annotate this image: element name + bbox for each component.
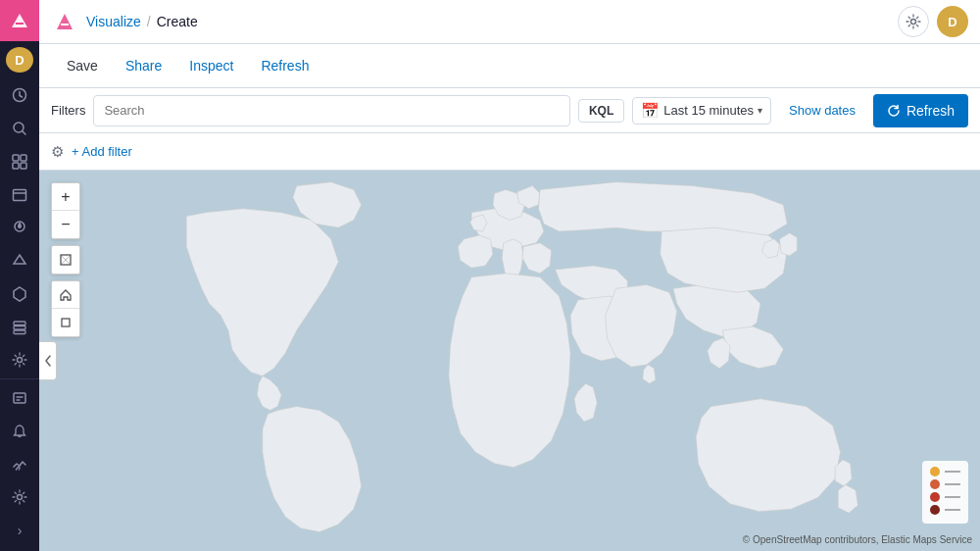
svg-rect-3 bbox=[21, 155, 26, 161]
sidebar-item-settings[interactable] bbox=[0, 480, 39, 514]
actionbar: Save Share Inspect Refresh bbox=[39, 44, 980, 88]
refresh-button-action[interactable]: Refresh bbox=[249, 52, 320, 79]
kibana-logo bbox=[51, 8, 78, 35]
legend-line-1 bbox=[945, 471, 960, 473]
layer-controls bbox=[51, 280, 80, 337]
sidebar-collapse-button[interactable]: › bbox=[0, 514, 39, 547]
filterbar2: ⚙ + Add filter bbox=[39, 133, 980, 171]
zoom-in-button[interactable]: + bbox=[52, 183, 79, 211]
svg-rect-4 bbox=[13, 163, 19, 169]
sidebar-item-maps[interactable] bbox=[0, 211, 39, 244]
refresh-label: Refresh bbox=[906, 103, 955, 119]
sidebar-item-search[interactable] bbox=[0, 112, 39, 145]
zoom-controls: + − bbox=[51, 182, 80, 239]
breadcrumb-separator: / bbox=[147, 14, 151, 29]
sidebar-item-alerts[interactable] bbox=[0, 415, 39, 448]
time-range-label: Last 15 minutes bbox=[663, 103, 754, 118]
legend-line-4 bbox=[945, 509, 960, 511]
share-button[interactable]: Share bbox=[114, 52, 173, 79]
legend-dot-1 bbox=[930, 467, 940, 476]
sidebar-item-graph[interactable] bbox=[0, 244, 39, 277]
draw-button[interactable] bbox=[52, 246, 79, 274]
zoom-out-button[interactable]: − bbox=[52, 211, 79, 238]
svg-rect-10 bbox=[14, 326, 25, 329]
time-filter[interactable]: 📅 Last 15 minutes ▾ bbox=[632, 97, 771, 125]
filter-options-icon[interactable]: ⚙ bbox=[51, 143, 64, 161]
svg-rect-2 bbox=[13, 155, 19, 161]
legend-item-2 bbox=[930, 479, 960, 489]
save-button[interactable]: Save bbox=[55, 52, 110, 79]
refresh-button-main[interactable]: Refresh bbox=[873, 94, 968, 127]
sidebar: D › bbox=[0, 0, 39, 551]
map-legend bbox=[922, 461, 968, 524]
kql-button[interactable]: KQL bbox=[578, 99, 624, 123]
sidebar-item-stack[interactable] bbox=[0, 311, 39, 344]
sidebar-item-index[interactable] bbox=[0, 381, 39, 415]
svg-rect-6 bbox=[14, 189, 26, 200]
sidebar-item-apm[interactable] bbox=[0, 448, 39, 481]
breadcrumb-current: Create bbox=[157, 14, 198, 29]
svg-rect-13 bbox=[14, 393, 25, 403]
sidebar-logo bbox=[0, 0, 39, 41]
map-area[interactable]: + − bbox=[39, 171, 980, 551]
draw-controls bbox=[51, 245, 80, 275]
topbar: Visualize / Create D bbox=[39, 0, 980, 44]
sidebar-item-canvas[interactable] bbox=[0, 178, 39, 212]
sidebar-item-ml[interactable] bbox=[0, 277, 39, 311]
svg-point-14 bbox=[18, 495, 23, 500]
filterbar: Filters KQL 📅 Last 15 minutes ▾ Show dat… bbox=[39, 88, 980, 133]
legend-item-1 bbox=[930, 467, 960, 476]
search-input[interactable] bbox=[93, 95, 570, 126]
filters-label: Filters bbox=[51, 103, 85, 118]
legend-item-4 bbox=[930, 505, 960, 515]
map-toggle-button[interactable] bbox=[39, 341, 57, 380]
map-attribution: © OpenStreetMap contributors, Elastic Ma… bbox=[743, 534, 972, 545]
add-filter-button[interactable]: + Add filter bbox=[72, 144, 132, 159]
legend-dot-2 bbox=[930, 479, 940, 489]
settings-button[interactable] bbox=[898, 6, 929, 37]
legend-line-3 bbox=[945, 496, 960, 498]
world-map bbox=[39, 171, 980, 551]
breadcrumb-visualize[interactable]: Visualize bbox=[86, 14, 141, 29]
sidebar-item-recent[interactable] bbox=[0, 78, 39, 112]
user-avatar[interactable]: D bbox=[937, 6, 968, 37]
svg-point-12 bbox=[18, 358, 23, 363]
square-button[interactable] bbox=[52, 309, 79, 336]
svg-rect-18 bbox=[62, 319, 70, 326]
legend-line-2 bbox=[945, 483, 960, 485]
legend-dot-4 bbox=[930, 505, 940, 515]
legend-item-3 bbox=[930, 492, 960, 502]
map-controls: + − bbox=[51, 182, 80, 337]
inspect-button[interactable]: Inspect bbox=[177, 52, 245, 79]
main-content: Visualize / Create D Save Share Inspect … bbox=[39, 0, 980, 551]
sidebar-item-dashboard[interactable] bbox=[0, 145, 39, 178]
legend-dot-3 bbox=[930, 492, 940, 502]
svg-rect-9 bbox=[14, 322, 25, 326]
svg-rect-11 bbox=[14, 330, 25, 334]
show-dates-button[interactable]: Show dates bbox=[779, 99, 865, 122]
breadcrumb: Visualize / Create bbox=[86, 14, 198, 29]
sidebar-avatar[interactable]: D bbox=[6, 47, 33, 73]
svg-point-15 bbox=[911, 20, 916, 25]
sidebar-divider bbox=[0, 378, 39, 379]
svg-marker-8 bbox=[14, 255, 25, 264]
sidebar-item-management[interactable] bbox=[0, 343, 39, 376]
home-button[interactable] bbox=[52, 281, 79, 309]
calendar-icon: 📅 bbox=[641, 102, 660, 120]
chevron-down-icon: ▾ bbox=[758, 105, 762, 116]
svg-rect-5 bbox=[21, 163, 26, 169]
